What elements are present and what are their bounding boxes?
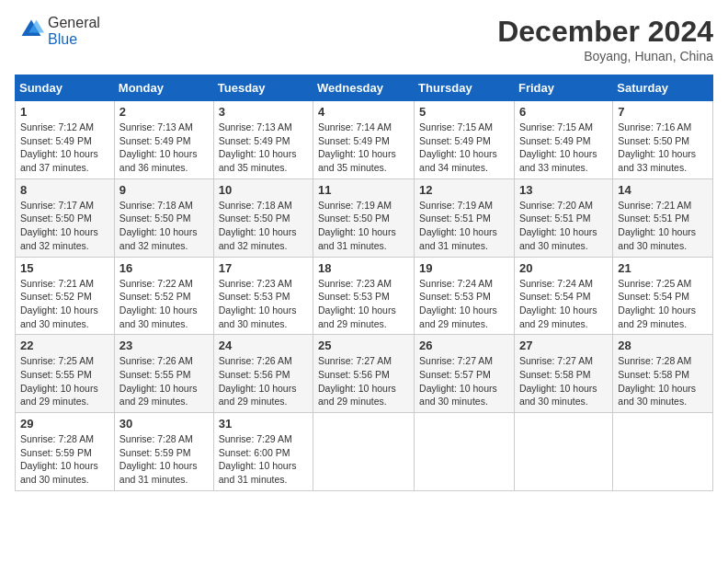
day-info: Sunrise: 7:13 AM Sunset: 5:49 PM Dayligh…	[219, 121, 308, 175]
calendar-cell: 7Sunrise: 7:16 AM Sunset: 5:50 PM Daylig…	[613, 101, 713, 179]
calendar-cell	[514, 413, 612, 491]
day-number: 28	[618, 339, 708, 352]
calendar-cell: 15Sunrise: 7:21 AM Sunset: 5:52 PM Dayli…	[16, 257, 115, 335]
month-title: December 2024	[497, 15, 713, 49]
day-info: Sunrise: 7:25 AM Sunset: 5:55 PM Dayligh…	[20, 354, 109, 408]
col-monday: Monday	[114, 75, 213, 101]
day-info: Sunrise: 7:29 AM Sunset: 6:00 PM Dayligh…	[219, 432, 308, 487]
day-number: 27	[519, 339, 608, 352]
day-info: Sunrise: 7:14 AM Sunset: 5:49 PM Dayligh…	[318, 121, 409, 175]
day-info: Sunrise: 7:17 AM Sunset: 5:50 PM Dayligh…	[20, 199, 109, 253]
day-info: Sunrise: 7:22 AM Sunset: 5:52 PM Dayligh…	[119, 277, 209, 331]
day-info: Sunrise: 7:20 AM Sunset: 5:51 PM Dayligh…	[519, 199, 608, 253]
day-info: Sunrise: 7:24 AM Sunset: 5:53 PM Dayligh…	[419, 277, 509, 331]
day-number: 7	[618, 105, 708, 119]
col-thursday: Thursday	[415, 75, 515, 101]
calendar-cell: 14Sunrise: 7:21 AM Sunset: 5:51 PM Dayli…	[613, 178, 713, 257]
calendar-cell: 28Sunrise: 7:28 AM Sunset: 5:58 PM Dayli…	[613, 335, 713, 413]
calendar-week-2: 8Sunrise: 7:17 AM Sunset: 5:50 PM Daylig…	[16, 178, 713, 257]
day-info: Sunrise: 7:27 AM Sunset: 5:56 PM Dayligh…	[318, 354, 409, 408]
day-number: 14	[618, 183, 708, 197]
calendar-header-row: Sunday Monday Tuesday Wednesday Thursday…	[16, 75, 713, 101]
day-number: 8	[20, 183, 109, 197]
calendar-cell: 30Sunrise: 7:28 AM Sunset: 5:59 PM Dayli…	[114, 413, 213, 491]
day-number: 13	[519, 183, 608, 197]
logo: General Blue	[15, 15, 100, 48]
day-info: Sunrise: 7:26 AM Sunset: 5:56 PM Dayligh…	[219, 354, 308, 408]
day-number: 20	[519, 261, 608, 275]
day-info: Sunrise: 7:13 AM Sunset: 5:49 PM Dayligh…	[119, 121, 209, 175]
calendar-cell: 13Sunrise: 7:20 AM Sunset: 5:51 PM Dayli…	[514, 178, 612, 257]
calendar-cell: 12Sunrise: 7:19 AM Sunset: 5:51 PM Dayli…	[415, 178, 515, 257]
calendar-cell: 24Sunrise: 7:26 AM Sunset: 5:56 PM Dayli…	[213, 335, 313, 413]
day-number: 5	[419, 105, 509, 119]
calendar-cell: 1Sunrise: 7:12 AM Sunset: 5:49 PM Daylig…	[16, 101, 115, 179]
day-info: Sunrise: 7:27 AM Sunset: 5:58 PM Dayligh…	[519, 354, 608, 408]
day-number: 4	[318, 105, 409, 119]
calendar-cell: 16Sunrise: 7:22 AM Sunset: 5:52 PM Dayli…	[114, 257, 213, 335]
day-number: 25	[318, 339, 409, 352]
calendar-cell: 27Sunrise: 7:27 AM Sunset: 5:58 PM Dayli…	[514, 335, 612, 413]
page-header: General Blue December 2024 Boyang, Hunan…	[15, 15, 713, 63]
col-sunday: Sunday	[16, 75, 115, 101]
calendar-cell: 17Sunrise: 7:23 AM Sunset: 5:53 PM Dayli…	[213, 257, 313, 335]
day-number: 23	[119, 339, 209, 352]
day-number: 1	[20, 105, 109, 119]
calendar-cell: 26Sunrise: 7:27 AM Sunset: 5:57 PM Dayli…	[415, 335, 515, 413]
day-number: 26	[419, 339, 509, 352]
day-info: Sunrise: 7:28 AM Sunset: 5:58 PM Dayligh…	[618, 354, 708, 408]
day-number: 9	[119, 183, 209, 197]
day-number: 18	[318, 261, 409, 275]
calendar-cell: 21Sunrise: 7:25 AM Sunset: 5:54 PM Dayli…	[613, 257, 713, 335]
day-info: Sunrise: 7:21 AM Sunset: 5:52 PM Dayligh…	[20, 277, 109, 331]
calendar-cell: 25Sunrise: 7:27 AM Sunset: 5:56 PM Dayli…	[313, 335, 415, 413]
day-number: 2	[119, 105, 209, 119]
day-info: Sunrise: 7:19 AM Sunset: 5:50 PM Dayligh…	[318, 199, 409, 253]
calendar-cell: 29Sunrise: 7:28 AM Sunset: 5:59 PM Dayli…	[16, 413, 115, 491]
day-info: Sunrise: 7:18 AM Sunset: 5:50 PM Dayligh…	[119, 199, 209, 253]
day-number: 19	[419, 261, 509, 275]
day-number: 10	[219, 183, 308, 197]
calendar-week-4: 22Sunrise: 7:25 AM Sunset: 5:55 PM Dayli…	[16, 335, 713, 413]
calendar-cell: 19Sunrise: 7:24 AM Sunset: 5:53 PM Dayli…	[415, 257, 515, 335]
calendar-cell: 8Sunrise: 7:17 AM Sunset: 5:50 PM Daylig…	[16, 178, 115, 257]
day-number: 21	[618, 261, 708, 275]
calendar-cell: 5Sunrise: 7:15 AM Sunset: 5:49 PM Daylig…	[415, 101, 515, 179]
location: Boyang, Hunan, China	[497, 49, 713, 63]
calendar-cell: 6Sunrise: 7:15 AM Sunset: 5:49 PM Daylig…	[514, 101, 612, 179]
day-info: Sunrise: 7:19 AM Sunset: 5:51 PM Dayligh…	[419, 199, 509, 253]
day-number: 15	[20, 261, 109, 275]
calendar-cell: 9Sunrise: 7:18 AM Sunset: 5:50 PM Daylig…	[114, 178, 213, 257]
calendar-cell: 10Sunrise: 7:18 AM Sunset: 5:50 PM Dayli…	[213, 178, 313, 257]
calendar-cell	[313, 413, 415, 491]
day-info: Sunrise: 7:15 AM Sunset: 5:49 PM Dayligh…	[519, 121, 608, 175]
calendar-cell: 31Sunrise: 7:29 AM Sunset: 6:00 PM Dayli…	[213, 413, 313, 491]
calendar-cell: 23Sunrise: 7:26 AM Sunset: 5:55 PM Dayli…	[114, 335, 213, 413]
day-info: Sunrise: 7:21 AM Sunset: 5:51 PM Dayligh…	[618, 199, 708, 253]
calendar-cell	[415, 413, 515, 491]
calendar-cell	[613, 413, 713, 491]
logo-icon	[18, 17, 44, 42]
day-info: Sunrise: 7:15 AM Sunset: 5:49 PM Dayligh…	[419, 121, 509, 175]
day-number: 3	[219, 105, 308, 119]
calendar-cell: 20Sunrise: 7:24 AM Sunset: 5:54 PM Dayli…	[514, 257, 612, 335]
title-block: December 2024 Boyang, Hunan, China	[497, 15, 713, 63]
day-info: Sunrise: 7:16 AM Sunset: 5:50 PM Dayligh…	[618, 121, 708, 175]
col-saturday: Saturday	[613, 75, 713, 101]
day-number: 17	[219, 261, 308, 275]
day-number: 31	[219, 417, 308, 431]
calendar-cell: 18Sunrise: 7:23 AM Sunset: 5:53 PM Dayli…	[313, 257, 415, 335]
calendar: Sunday Monday Tuesday Wednesday Thursday…	[15, 75, 713, 491]
day-number: 24	[219, 339, 308, 352]
day-number: 29	[20, 417, 109, 431]
day-info: Sunrise: 7:25 AM Sunset: 5:54 PM Dayligh…	[618, 277, 708, 331]
day-number: 22	[20, 339, 109, 352]
calendar-cell: 2Sunrise: 7:13 AM Sunset: 5:49 PM Daylig…	[114, 101, 213, 179]
calendar-cell: 11Sunrise: 7:19 AM Sunset: 5:50 PM Dayli…	[313, 178, 415, 257]
day-number: 6	[519, 105, 608, 119]
day-info: Sunrise: 7:23 AM Sunset: 5:53 PM Dayligh…	[318, 277, 409, 331]
logo-text: General Blue	[48, 15, 100, 48]
calendar-week-3: 15Sunrise: 7:21 AM Sunset: 5:52 PM Dayli…	[16, 257, 713, 335]
day-info: Sunrise: 7:26 AM Sunset: 5:55 PM Dayligh…	[119, 354, 209, 408]
day-info: Sunrise: 7:28 AM Sunset: 5:59 PM Dayligh…	[119, 432, 209, 487]
